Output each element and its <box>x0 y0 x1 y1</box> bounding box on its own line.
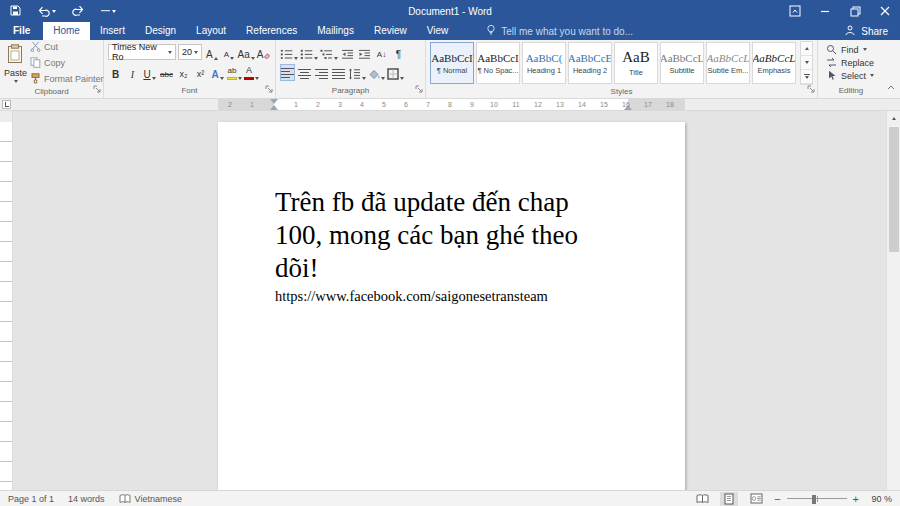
show-hide-marks-button[interactable]: ¶ <box>391 44 406 61</box>
style-title[interactable]: AaB Title <box>614 42 658 84</box>
subscript-button[interactable]: x₂ <box>176 64 191 81</box>
line-spacing-dropdown-icon[interactable] <box>362 77 366 80</box>
select-dropdown-icon[interactable] <box>870 74 874 77</box>
multilevel-dropdown-icon[interactable] <box>334 57 338 60</box>
tab-view[interactable]: View <box>417 22 459 40</box>
collapse-ribbon-icon[interactable] <box>886 77 896 95</box>
bullets-button[interactable] <box>280 44 298 61</box>
paragraph-dialog-launcher-icon[interactable] <box>415 79 423 97</box>
close-icon[interactable] <box>870 0 900 22</box>
language-indicator[interactable]: Vietnamese <box>119 494 182 504</box>
zoom-out-button[interactable]: − <box>774 494 780 504</box>
grow-font-button[interactable]: A <box>204 44 219 61</box>
styles-scroll-up-icon[interactable] <box>801 42 812 56</box>
font-dialog-launcher-icon[interactable] <box>265 79 273 97</box>
word-count[interactable]: 14 words <box>68 494 105 504</box>
vertical-scrollbar[interactable] <box>886 111 900 490</box>
customize-qat-icon[interactable] <box>101 10 116 13</box>
print-layout-button[interactable] <box>720 492 738 506</box>
multilevel-list-button[interactable] <box>320 44 338 61</box>
tab-layout[interactable]: Layout <box>186 22 236 40</box>
paste-button[interactable]: Paste <box>4 42 27 84</box>
numbering-button[interactable] <box>300 44 318 61</box>
redo-icon[interactable] <box>72 2 85 20</box>
web-layout-button[interactable] <box>747 492 765 506</box>
highlight-dropdown-icon[interactable] <box>238 77 242 80</box>
font-name-combo[interactable]: Times New Ro <box>108 44 176 60</box>
tell-me-box[interactable]: Tell me what you want to do... <box>486 22 633 40</box>
zoom-in-button[interactable]: + <box>853 494 859 504</box>
replace-button[interactable]: Replace <box>826 57 880 68</box>
horizontal-ruler[interactable]: 21123456789101112131415161718 <box>0 99 900 111</box>
underline-button[interactable]: U <box>142 64 157 81</box>
shrink-font-button[interactable]: A <box>221 44 236 61</box>
cut-button[interactable]: Cut <box>30 41 104 54</box>
find-button[interactable]: Find <box>826 44 880 55</box>
paste-dropdown-icon[interactable] <box>14 80 18 83</box>
bullets-dropdown-icon[interactable] <box>294 57 298 60</box>
share-button[interactable]: Share <box>832 22 900 40</box>
font-name-dropdown-icon[interactable] <box>168 51 172 54</box>
first-line-indent-marker[interactable] <box>270 99 278 104</box>
tab-review[interactable]: Review <box>364 22 417 40</box>
shading-dropdown-icon[interactable] <box>381 77 385 80</box>
document-link[interactable]: https://www.facebook.com/saigonesetranst… <box>275 288 685 305</box>
numbering-dropdown-icon[interactable] <box>314 57 318 60</box>
page-indicator[interactable]: Page 1 of 1 <box>8 494 54 504</box>
copy-button[interactable]: Copy <box>30 57 104 70</box>
borders-dropdown-icon[interactable] <box>400 77 404 80</box>
styles-scroll-down-icon[interactable] <box>801 56 812 70</box>
find-dropdown-icon[interactable] <box>863 48 867 51</box>
font-color-dropdown-icon[interactable] <box>255 77 259 80</box>
font-size-combo[interactable]: 20 <box>178 44 202 60</box>
borders-button[interactable] <box>387 64 404 81</box>
font-size-dropdown-icon[interactable] <box>194 51 198 54</box>
increase-indent-button[interactable] <box>357 44 372 61</box>
style-subtitle[interactable]: AaBbCcL Subtitle <box>660 42 704 84</box>
style-heading-2[interactable]: AaBbCcE Heading 2 <box>568 42 612 84</box>
style-no-spacing[interactable]: AaBbCcI ¶ No Spac... <box>476 42 520 84</box>
minimize-icon[interactable] <box>810 0 840 22</box>
document-page[interactable]: Trên fb đã update đến chap 100, mong các… <box>218 122 685 490</box>
align-right-button[interactable] <box>314 64 329 81</box>
justify-button[interactable] <box>331 64 346 81</box>
clear-formatting-button[interactable]: A <box>256 44 271 61</box>
undo-icon[interactable] <box>37 6 56 17</box>
change-case-dropdown-icon[interactable] <box>251 57 255 60</box>
scrollbar-thumb[interactable] <box>889 127 899 252</box>
style-emphasis[interactable]: AaBbCcL Emphasis <box>752 42 796 84</box>
align-center-button[interactable] <box>297 64 312 81</box>
tab-file[interactable]: File <box>0 22 43 40</box>
font-color-button[interactable]: A <box>244 64 259 81</box>
align-left-button[interactable] <box>280 64 295 81</box>
strikethrough-button[interactable]: abc <box>159 64 174 81</box>
document-paragraph[interactable]: Trên fb đã update đến chap 100, mong các… <box>275 186 685 285</box>
undo-dropdown-icon[interactable] <box>52 10 56 13</box>
clipboard-dialog-launcher-icon[interactable] <box>93 79 101 97</box>
tab-selector[interactable] <box>2 100 11 109</box>
bold-button[interactable]: B <box>108 64 123 81</box>
decrease-indent-button[interactable] <box>340 44 355 61</box>
ribbon-display-options-icon[interactable] <box>780 0 810 22</box>
tab-mailings[interactable]: Mailings <box>307 22 364 40</box>
underline-dropdown-icon[interactable] <box>152 77 156 80</box>
save-icon[interactable] <box>10 2 21 20</box>
zoom-slider[interactable] <box>787 498 847 499</box>
select-button[interactable]: Select <box>826 70 880 81</box>
sort-button[interactable]: A↓ <box>374 44 389 61</box>
style-heading-1[interactable]: AaBbC( Heading 1 <box>522 42 566 84</box>
restore-icon[interactable] <box>840 0 870 22</box>
tab-home[interactable]: Home <box>43 22 90 40</box>
shading-button[interactable] <box>368 64 385 81</box>
scroll-up-icon[interactable] <box>887 111 900 125</box>
tab-design[interactable]: Design <box>135 22 186 40</box>
hanging-indent-marker[interactable] <box>270 105 278 110</box>
line-spacing-button[interactable] <box>348 64 366 81</box>
text-effects-dropdown-icon[interactable] <box>220 77 224 80</box>
style-normal[interactable]: AaBbCcI ¶ Normal <box>430 42 474 84</box>
zoom-slider-handle[interactable] <box>812 495 816 504</box>
styles-dialog-launcher-icon[interactable] <box>807 79 815 97</box>
italic-button[interactable]: I <box>125 64 140 81</box>
tab-references[interactable]: References <box>236 22 307 40</box>
vertical-ruler[interactable] <box>0 111 13 490</box>
